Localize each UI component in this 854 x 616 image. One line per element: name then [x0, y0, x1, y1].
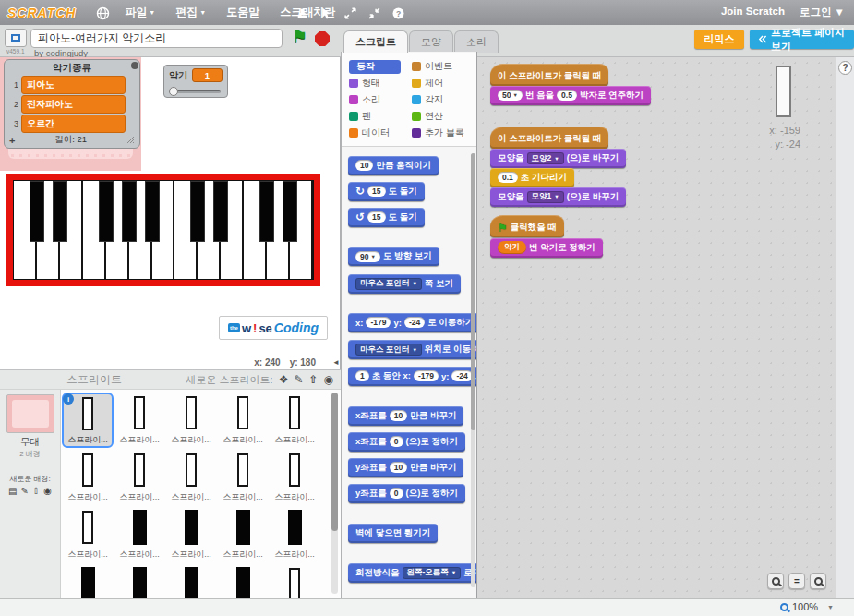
tab-모양[interactable]: 모양 [409, 30, 453, 53]
category-동작[interactable]: 동작 [349, 60, 401, 74]
stack-block[interactable]: 모양을모양2▼(으)로 바꾸기 [490, 149, 626, 168]
piano-black-key[interactable] [99, 181, 114, 242]
number-dropdown[interactable]: 90▼ [355, 251, 380, 262]
zoom-out-button[interactable] [767, 573, 784, 589]
piano-black-key[interactable] [30, 181, 44, 242]
variable-slider[interactable] [169, 87, 223, 96]
category-이벤트[interactable]: 이벤트 [412, 58, 475, 75]
slider-knob[interactable] [169, 87, 178, 96]
stage[interactable]: 악기종류 1피아노2전자피아노3오르간 + 길이: 21 악기 1 thew!s… [0, 57, 341, 369]
palette-block[interactable]: 마우스 포인터▼위치로 이동하기 [348, 340, 476, 359]
help-button[interactable]: ? [838, 61, 852, 75]
see-project-page-button[interactable]: 프로젝트 페이지 보기 [750, 30, 854, 49]
hat-block[interactable]: ⚑클릭했을 때 [490, 215, 564, 237]
palette-block[interactable]: x:-179y:-24로 이동하기 [348, 313, 476, 332]
sprite-grid-scrollbar[interactable] [331, 393, 338, 594]
number-input[interactable]: 15 [367, 211, 385, 223]
piano-black-key[interactable] [259, 181, 274, 242]
sprite-thumbnail[interactable]: 스프라이... [269, 450, 320, 505]
stack-block[interactable]: 50▼번 음을0.5박자로 연주하기 [490, 86, 651, 105]
number-input[interactable]: -24 [404, 317, 425, 328]
sprite-thumbnail[interactable]: 스프라이... [217, 393, 269, 448]
variable-oval[interactable]: 악기 [498, 241, 526, 254]
piano-keyboard-sprite[interactable] [6, 174, 320, 286]
join-scratch-link[interactable]: Join Scratch [721, 6, 785, 19]
sprite-thumbnail[interactable]: 스프라이... [165, 507, 217, 562]
stage-selector[interactable]: 무대 2 배경 새로운 배경: ▤ ✎ ⇧ ◉ [0, 390, 61, 598]
palette-block[interactable]: ↺15도 돌기 [348, 208, 425, 227]
piano-black-key[interactable] [122, 181, 137, 242]
dropdown[interactable]: 왼쪽-오른쪽▼ [403, 567, 462, 579]
piano-black-key[interactable] [213, 181, 228, 242]
list-scrollbar[interactable] [131, 62, 138, 69]
number-input[interactable]: 10 [390, 462, 407, 473]
dropdown[interactable]: 마우스 포인터▼ [355, 278, 422, 290]
dropdown[interactable]: 모양2▼ [527, 152, 564, 164]
list-row-value[interactable]: 피아노 [21, 76, 126, 94]
sprite-info-icon[interactable]: i [63, 393, 74, 405]
script-stack[interactable]: ⚑클릭했을 때악기번 악기로 정하기 [490, 216, 603, 258]
category-제어[interactable]: 제어 [412, 75, 475, 91]
number-input[interactable]: 0.5 [557, 90, 577, 101]
sprite-library-icon[interactable]: ❖ [279, 373, 289, 386]
palette-block[interactable]: 1초 동안 x:-179y:-24으로 움직이기 [348, 367, 476, 386]
number-input[interactable]: 0 [390, 436, 403, 447]
sprite-thumbnail[interactable]: 스프라이... [165, 450, 217, 505]
sprite-thumbnail[interactable]: i스프라이... [62, 393, 114, 448]
remix-button[interactable]: 리믹스 [694, 30, 744, 49]
piano-black-key[interactable] [145, 181, 160, 242]
number-input[interactable]: 1 [355, 370, 369, 381]
sprite-thumbnail[interactable]: 스프라이... [114, 393, 165, 448]
language-globe-icon[interactable] [96, 5, 110, 21]
sprite-thumbnail[interactable]: 스프라이... [62, 564, 114, 598]
piano-black-key[interactable] [53, 181, 67, 242]
stage-thumbnail[interactable] [6, 394, 54, 433]
shrink-icon[interactable] [367, 5, 381, 21]
block-help-icon[interactable]: ? [391, 5, 405, 21]
variable-monitor[interactable]: 악기 1 [163, 65, 228, 98]
palette-block[interactable]: 마우스 포인터▼쪽 보기 [348, 274, 461, 294]
tab-스크립트[interactable]: 스크립트 [343, 30, 408, 53]
number-input[interactable]: 10 [390, 410, 407, 421]
grow-icon[interactable] [343, 5, 357, 21]
palette-block[interactable]: 10만큼 움직이기 [348, 156, 439, 175]
stack-block[interactable]: 모양을모양1▼(으)로 바꾸기 [490, 187, 626, 207]
palette-block[interactable]: y좌표를0(으)로 정하기 [348, 484, 465, 503]
palette-block[interactable]: 90▼도 방향 보기 [348, 247, 439, 266]
sprite-thumbnail[interactable]: 스프라이... [62, 507, 114, 562]
sprite-thumbnail[interactable]: 스프라이... [269, 564, 320, 598]
script-stack[interactable]: 이 스프라이트가 클릭될 때50▼번 음을0.5박자로 연주하기 [490, 65, 651, 105]
zoom-in-button[interactable] [810, 573, 826, 589]
upload-backdrop-icon[interactable]: ⇧ [32, 486, 40, 496]
category-감지[interactable]: 감지 [412, 91, 475, 108]
stop-button[interactable] [315, 31, 330, 46]
menu-item-파일[interactable]: 파일 ▼ [125, 5, 155, 20]
sprite-thumbnail[interactable]: 스프라이... [217, 507, 269, 562]
sprite-thumbnail[interactable]: 스프라이... [165, 393, 217, 448]
sprite-thumbnail[interactable]: 스프라이... [165, 564, 217, 598]
sprite-thumbnail[interactable]: 스프라이... [269, 393, 320, 448]
category-형태[interactable]: 형태 [349, 75, 412, 91]
palette-block[interactable]: x좌표를0(으)로 정하기 [348, 432, 465, 452]
number-input[interactable]: 0 [390, 488, 403, 499]
green-flag-button[interactable]: ⚑ [292, 26, 307, 47]
number-input[interactable]: 0.1 [498, 172, 518, 183]
category-추가 블록[interactable]: 추가 블록 [412, 125, 475, 141]
category-연산[interactable]: 연산 [412, 108, 475, 125]
sprite-thumbnail[interactable]: 스프라이... [114, 450, 165, 505]
zoom-reset-button[interactable]: = [788, 573, 805, 589]
category-펜[interactable]: 펜 [349, 108, 412, 125]
stack-block[interactable]: 0.1초 기다리기 [490, 168, 574, 187]
list-monitor[interactable]: 악기종류 1피아노2전자피아노3오르간 + 길이: 21 [4, 59, 140, 149]
number-dropdown[interactable]: 50▼ [498, 90, 523, 101]
camera-sprite-icon[interactable]: ◉ [324, 373, 333, 386]
list-row-value[interactable]: 오르간 [21, 115, 126, 133]
sprite-thumbnail[interactable]: 스프라이... [114, 507, 165, 562]
piano-black-key[interactable] [190, 181, 205, 242]
sprite-thumbnail[interactable]: 스프라이... [217, 450, 269, 505]
number-input[interactable]: 15 [367, 186, 385, 197]
number-input[interactable]: -179 [414, 370, 439, 381]
delete-cursor-icon[interactable] [319, 5, 333, 21]
palette-block[interactable]: x좌표를10만큼 바꾸기 [348, 406, 463, 426]
menu-item-도움말[interactable]: 도움말 [226, 5, 259, 20]
